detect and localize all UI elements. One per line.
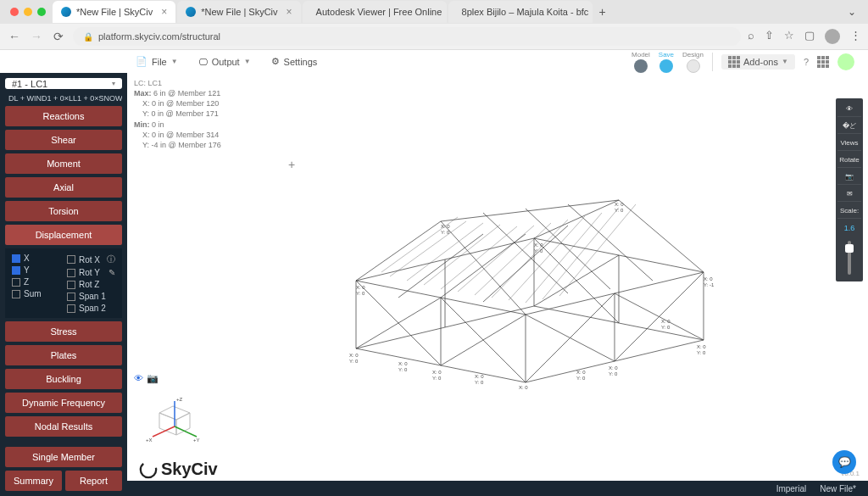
mail-icon[interactable]: ✉ [837,187,861,202]
close-window-icon[interactable] [10,8,19,16]
user-avatar[interactable] [837,53,854,70]
browser-tab[interactable]: 8plex Bijilo – Majula Koita - bfc × [448,1,593,23]
browser-tab-active[interactable]: *New File | SkyCiv × [53,1,175,23]
svg-text:X: 0: X: 0 [576,370,586,375]
panel-icon[interactable]: ▢ [804,29,815,44]
axial-button[interactable]: Axial [5,177,122,198]
info-icon[interactable]: ⓘ [107,254,115,265]
loadcase-selector[interactable]: #1 - LC1 ▾ [5,78,122,89]
eye-icon[interactable]: 👁 [837,102,861,117]
save-mode[interactable]: Save [659,51,674,73]
tab-close-icon[interactable]: × [161,6,167,18]
displacement-button[interactable]: Displacement [5,225,122,245]
divider [712,53,713,71]
checkbox-x[interactable] [12,254,20,263]
checkbox-roty[interactable] [67,269,75,277]
browser-tab[interactable]: *New File | SkyCiv × [177,1,300,23]
report-button[interactable]: Report [65,471,122,491]
back-icon[interactable]: ← [7,30,22,43]
model-mode[interactable]: Model [632,51,650,73]
views-button[interactable]: Views [837,136,861,151]
forward-icon[interactable]: → [29,30,44,43]
settings-button[interactable]: ⚙ Settings [271,56,318,67]
scale-slider[interactable] [848,241,851,275]
axes-gizmo[interactable]: +Z +Y +X [142,394,202,454]
svg-line-42 [492,220,568,298]
profile-avatar[interactable] [825,29,840,44]
checkbox-y[interactable] [12,266,20,275]
slider-knob[interactable] [845,244,854,253]
svg-text:Y: 0: Y: 0 [349,359,359,364]
file-menu[interactable]: 📄 File ▼ [136,56,178,67]
checkbox-sum[interactable] [12,290,20,298]
kebab-icon[interactable]: ⋮ [850,29,861,44]
share-icon[interactable]: ⇧ [765,29,774,44]
new-tab-button[interactable]: + [594,5,611,19]
dynamic-frequency-button[interactable]: Dynamic Frequency [5,393,122,413]
svg-line-41 [475,223,551,295]
shear-button[interactable]: Shear [5,130,122,150]
units-toggle[interactable]: Imperial [776,484,807,493]
loadcase-combo-text: DL + WIND1 + 0×LL1 + 0×SNOW... [5,92,122,103]
checkbox-z[interactable] [12,278,20,287]
apps-grid-icon[interactable] [817,56,829,68]
camera-icon[interactable]: 📷 [147,373,159,384]
stress-button[interactable]: Stress [5,321,122,342]
model-canvas[interactable]: LC: LC1 Max: 6 in @ Member 121 X: 0 in @… [127,73,868,496]
svg-line-24 [568,204,653,281]
moment-button[interactable]: Moment [5,153,122,174]
gear-icon: ⚙ [271,56,280,67]
screenshot-icon[interactable]: 📷 [837,170,861,185]
chevron-down-icon: ▾ [112,80,115,87]
model-icon [634,59,648,73]
summary-button[interactable]: Summary [5,471,62,491]
svg-line-19 [398,234,483,298]
view-toolbar: 👁 �ど Views Rotate 📷 ✉ Scale: 1.6 [836,98,863,281]
result-summary: LC: LC1 Max: 6 in @ Member 121 X: 0 in @… [134,78,221,150]
rotate-button[interactable]: Rotate [837,153,861,168]
svg-text:X: 0: X: 0 [349,353,359,358]
svg-text:Y: 0: Y: 0 [576,376,586,381]
nodal-results-button[interactable]: Nodal Results [5,416,122,437]
bookmark-icon[interactable]: ☆ [784,29,794,44]
svg-text:+X: +X [146,437,153,443]
browser-chrome: *New File | SkyCiv × *New File | SkyCiv … [0,0,868,50]
browser-tab[interactable]: Autodesk Viewer | Free Online × [303,1,447,23]
svg-text:X: 0: X: 0 [615,202,624,207]
chat-bubble-icon[interactable]: 💬 [832,450,856,474]
reload-icon[interactable]: ⟳ [51,30,66,43]
checkbox-span1[interactable] [67,293,75,301]
checkbox-rotx[interactable] [67,255,75,264]
minimize-window-icon[interactable] [24,8,32,16]
svg-text:Y: 0: Y: 0 [441,230,450,235]
svg-line-34 [534,238,619,323]
svg-text:X: 0: X: 0 [697,344,706,349]
output-menu[interactable]: 🖵 Output ▼ [198,57,251,67]
svg-text:X: 0: X: 0 [534,242,543,248]
torsion-button[interactable]: Torsion [5,201,122,221]
svg-line-5 [153,426,175,437]
search-icon[interactable]: ⌕ [748,29,754,44]
tab-overflow-icon[interactable]: ⌄ [848,6,856,18]
buckling-button[interactable]: Buckling [5,369,122,389]
plates-button[interactable]: Plates [5,345,122,365]
design-mode[interactable]: Design [682,51,704,73]
checkbox-span2[interactable] [67,304,75,313]
address-bar[interactable]: 🔒 platform.skyciv.com/structural [73,27,741,46]
help-icon[interactable]: ? [804,57,809,67]
scale-label: Scale: [837,203,861,219]
file-status[interactable]: New File* [820,484,856,493]
chevron-down-icon: ▼ [171,58,178,65]
addons-menu[interactable]: Add-ons ▼ [721,54,795,70]
single-member-button[interactable]: Single Member [5,447,122,467]
checkbox-rotz[interactable] [67,281,75,289]
edit-icon[interactable]: ✎ [108,268,115,277]
tab-title: *New File | SkyCiv [201,7,277,17]
maximize-window-icon[interactable] [37,8,46,16]
reactions-button[interactable]: Reactions [5,106,122,126]
svg-text:Y: 0: Y: 0 [661,325,670,330]
visibility-icon[interactable]: 👁 [134,373,143,384]
marker-icon[interactable]: �ど [837,119,861,134]
tab-close-icon[interactable]: × [287,6,292,18]
browser-action-icons: ⌕ ⇧ ☆ ▢ ⋮ [748,29,861,44]
